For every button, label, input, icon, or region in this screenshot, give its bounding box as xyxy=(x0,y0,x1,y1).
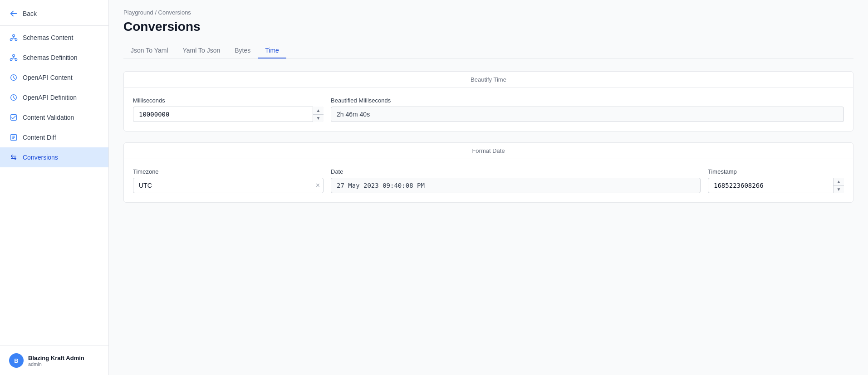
sidebar-item-openapi-definition[interactable]: OpenAPI Definition xyxy=(0,88,108,107)
timestamp-input[interactable] xyxy=(708,178,844,193)
sidebar-nav: Back Schemas Content Schemas Definition xyxy=(0,0,108,346)
conversions-icon xyxy=(9,153,18,162)
tab-yaml-to-json[interactable]: Yaml To Json xyxy=(176,43,228,58)
sidebar-item-openapi-content[interactable]: OpenAPI Content xyxy=(0,68,108,88)
tab-time[interactable]: Time xyxy=(258,43,286,58)
openapi-definition-icon xyxy=(9,93,18,102)
beautified-field: Beautified Milliseconds xyxy=(331,97,844,122)
tab-bytes[interactable]: Bytes xyxy=(227,43,258,58)
beautified-input xyxy=(331,107,844,122)
back-arrow-icon xyxy=(9,9,18,18)
timestamp-increment[interactable]: ▲ xyxy=(834,178,844,186)
timestamp-spinner: ▲ ▼ xyxy=(833,178,844,193)
milliseconds-input-wrapper: ▲ ▼ xyxy=(133,107,324,122)
tab-json-to-yaml[interactable]: Json To Yaml xyxy=(123,43,176,58)
main-content-area: Playground / Conversions Conversions Jso… xyxy=(109,0,868,375)
openapi-content-icon xyxy=(9,73,18,82)
svg-point-7 xyxy=(10,58,12,61)
timezone-label: Timezone xyxy=(133,168,324,175)
content-validation-icon xyxy=(9,113,18,122)
date-label: Date xyxy=(331,168,701,175)
page-title: Conversions xyxy=(123,19,853,34)
sidebar-item-content-validation[interactable]: Content Validation xyxy=(0,107,108,127)
user-role: admin xyxy=(28,361,84,367)
sidebar-item-schemas-definition[interactable]: Schemas Definition xyxy=(0,48,108,68)
user-info: Blazing Kraft Admin admin xyxy=(28,355,84,367)
svg-point-2 xyxy=(15,39,17,41)
sidebar-footer: B Blazing Kraft Admin admin xyxy=(0,346,108,375)
sidebar-item-label: Content Validation xyxy=(23,114,74,121)
beautify-time-section: Beautify Time Milliseconds ▲ ▼ xyxy=(123,71,853,131)
sidebar-item-label: OpenAPI Definition xyxy=(23,94,77,101)
beautify-time-fields: Milliseconds ▲ ▼ Beautified Milliseconds xyxy=(133,97,844,122)
sidebar: Back Schemas Content Schemas Definition xyxy=(0,0,109,375)
svg-point-0 xyxy=(13,34,15,37)
schemas-definition-icon xyxy=(9,53,18,62)
tabs-bar: Json To Yaml Yaml To Json Bytes Time xyxy=(123,43,853,58)
breadcrumb: Playground / Conversions xyxy=(123,9,853,16)
timestamp-label: Timestamp xyxy=(708,168,844,175)
format-date-fields: Timezone × Date Timestamp xyxy=(133,168,844,193)
schemas-content-icon xyxy=(9,33,18,42)
milliseconds-field: Milliseconds ▲ ▼ xyxy=(133,97,324,122)
timezone-wrapper: × xyxy=(133,178,324,193)
timezone-input[interactable] xyxy=(133,178,324,193)
svg-line-4 xyxy=(11,38,14,39)
timezone-field: Timezone × xyxy=(133,168,324,193)
format-date-header: Format Date xyxy=(124,143,853,159)
milliseconds-spinner: ▲ ▼ xyxy=(313,107,324,122)
svg-point-1 xyxy=(10,39,12,41)
sidebar-item-label: Content Diff xyxy=(23,134,56,141)
content-diff-icon xyxy=(9,133,18,142)
milliseconds-label: Milliseconds xyxy=(133,97,324,104)
sidebar-item-conversions[interactable]: Conversions xyxy=(0,147,108,167)
timestamp-decrement[interactable]: ▼ xyxy=(834,186,844,194)
date-input[interactable] xyxy=(331,178,701,193)
sidebar-item-label: Conversions xyxy=(23,154,58,161)
milliseconds-increment[interactable]: ▲ xyxy=(313,107,324,115)
milliseconds-input[interactable] xyxy=(133,107,324,122)
svg-point-8 xyxy=(15,58,17,61)
svg-line-10 xyxy=(11,58,14,58)
back-label: Back xyxy=(23,10,37,17)
date-field: Date xyxy=(331,168,701,193)
svg-point-6 xyxy=(13,54,15,57)
sidebar-item-content-diff[interactable]: Content Diff xyxy=(0,127,108,147)
beautify-time-header: Beautify Time xyxy=(124,72,853,88)
sidebar-item-schemas-content[interactable]: Schemas Content xyxy=(0,28,108,48)
timezone-clear-button[interactable]: × xyxy=(316,181,320,190)
svg-line-11 xyxy=(14,58,16,58)
svg-line-5 xyxy=(14,38,16,39)
back-button[interactable]: Back xyxy=(0,4,108,26)
beautified-label: Beautified Milliseconds xyxy=(331,97,844,104)
milliseconds-decrement[interactable]: ▼ xyxy=(313,115,324,122)
sidebar-item-label: Schemas Content xyxy=(23,34,73,41)
sidebar-item-label: OpenAPI Content xyxy=(23,74,73,81)
sidebar-item-label: Schemas Definition xyxy=(23,54,78,61)
user-name: Blazing Kraft Admin xyxy=(28,355,84,361)
timestamp-input-wrapper: ▲ ▼ xyxy=(708,178,844,193)
timestamp-field: Timestamp ▲ ▼ xyxy=(708,168,844,193)
avatar: B xyxy=(9,353,24,368)
format-date-section: Format Date Timezone × Date xyxy=(123,142,853,203)
